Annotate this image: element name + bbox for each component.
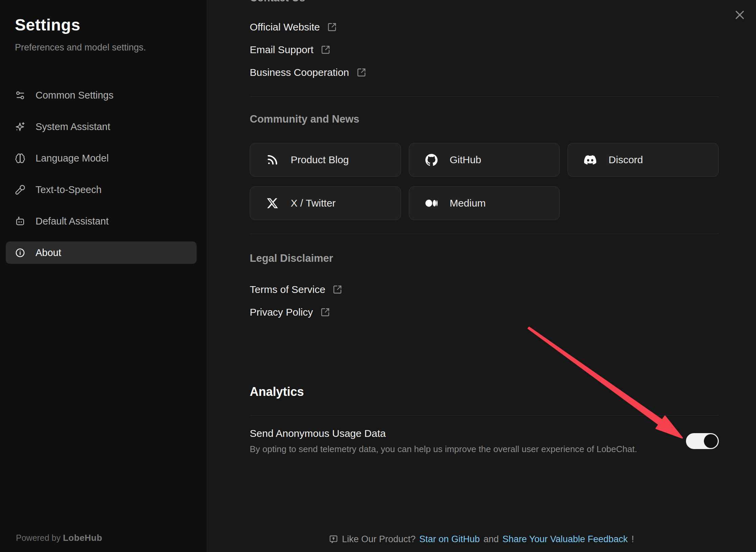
legal-links: Terms of Service Privacy Policy bbox=[250, 283, 719, 319]
section-divider bbox=[250, 234, 719, 234]
telemetry-toggle[interactable] bbox=[686, 433, 719, 449]
nav-item-system-assistant[interactable]: System Assistant bbox=[6, 115, 197, 138]
external-link-icon bbox=[320, 307, 330, 317]
nav-item-label: Common Settings bbox=[36, 90, 114, 101]
medium-button[interactable]: Medium bbox=[409, 186, 560, 220]
nav-item-text-to-speech[interactable]: Text-to-Speech bbox=[6, 178, 197, 201]
x-twitter-button[interactable]: X / Twitter bbox=[250, 186, 401, 220]
nav-item-common-settings[interactable]: Common Settings bbox=[6, 84, 197, 106]
settings-sidebar: Settings Preferences and model settings.… bbox=[0, 0, 207, 552]
official-website-link[interactable]: Official Website bbox=[250, 20, 337, 34]
medium-label: Medium bbox=[450, 197, 486, 209]
nav-item-label: Text-to-Speech bbox=[36, 184, 102, 195]
nav-item-label: Default Assistant bbox=[36, 216, 109, 227]
footer-suffix: ! bbox=[631, 534, 634, 545]
nav-item-about[interactable]: About bbox=[6, 241, 197, 264]
external-link-icon bbox=[357, 68, 366, 77]
nav-item-language-model[interactable]: Language Model bbox=[6, 147, 197, 169]
sliders-icon bbox=[15, 90, 25, 101]
discord-label: Discord bbox=[608, 154, 643, 166]
community-buttons: Product Blog GitHub Discord bbox=[250, 143, 719, 220]
sparkles-icon bbox=[15, 122, 25, 132]
legal-heading: Legal Disclaimer bbox=[250, 252, 719, 264]
github-button[interactable]: GitHub bbox=[409, 143, 560, 177]
feedback-icon bbox=[329, 535, 338, 544]
feedback-footer: Like Our Product? Star on GitHub and Sha… bbox=[207, 534, 756, 545]
product-blog-button[interactable]: Product Blog bbox=[250, 143, 401, 177]
nav-item-label: System Assistant bbox=[36, 121, 110, 132]
github-icon bbox=[425, 154, 438, 166]
telemetry-setting-description: By opting to send telemetry data, you ca… bbox=[250, 444, 637, 454]
telemetry-setting-row: Send Anonymous Usage Data By opting to s… bbox=[250, 428, 719, 454]
powered-by: Powered by LobeHub bbox=[16, 533, 102, 543]
external-link-icon bbox=[333, 285, 342, 294]
contact-heading: Contact Us bbox=[250, 0, 719, 4]
official-website-label: Official Website bbox=[250, 21, 320, 33]
close-icon bbox=[734, 9, 746, 21]
medium-icon bbox=[425, 197, 438, 209]
settings-nav: Common Settings System Assistant Languag… bbox=[6, 84, 197, 264]
external-link-icon bbox=[321, 45, 330, 55]
lobehub-brand: LobeHub bbox=[63, 533, 102, 543]
nav-item-label: Language Model bbox=[36, 153, 109, 164]
section-divider bbox=[250, 97, 719, 97]
discord-icon bbox=[584, 154, 596, 166]
x-twitter-icon bbox=[266, 197, 279, 209]
external-link-icon bbox=[327, 22, 337, 32]
footer-prefix: Like Our Product? bbox=[342, 534, 416, 545]
powered-by-text: Powered by bbox=[16, 533, 61, 543]
nav-item-label: About bbox=[36, 247, 61, 258]
github-label: GitHub bbox=[450, 154, 481, 166]
page-subtitle: Preferences and model settings. bbox=[15, 42, 197, 53]
business-cooperation-label: Business Cooperation bbox=[250, 67, 349, 78]
product-blog-label: Product Blog bbox=[291, 154, 349, 166]
privacy-policy-label: Privacy Policy bbox=[250, 306, 313, 318]
contact-links: Official Website Email Support Business … bbox=[250, 20, 719, 79]
telemetry-setting-label: Send Anonymous Usage Data bbox=[250, 428, 637, 439]
x-twitter-label: X / Twitter bbox=[291, 197, 336, 209]
toggle-knob bbox=[704, 434, 718, 448]
close-button[interactable] bbox=[732, 7, 747, 22]
rss-icon bbox=[266, 154, 279, 166]
footer-middle: and bbox=[484, 534, 499, 545]
email-support-label: Email Support bbox=[250, 44, 313, 56]
page-title: Settings bbox=[15, 16, 197, 34]
section-divider bbox=[250, 415, 719, 416]
analytics-heading: Analytics bbox=[250, 385, 719, 399]
community-heading: Community and News bbox=[250, 113, 719, 125]
brain-icon bbox=[15, 153, 25, 164]
about-settings-panel: Contact Us Official Website Email Suppor… bbox=[207, 0, 756, 552]
share-feedback-link[interactable]: Share Your Valuable Feedback bbox=[503, 534, 628, 545]
info-icon bbox=[15, 248, 25, 258]
email-support-link[interactable]: Email Support bbox=[250, 43, 330, 57]
mic-icon bbox=[15, 185, 25, 195]
terms-of-service-label: Terms of Service bbox=[250, 284, 325, 295]
terms-of-service-link[interactable]: Terms of Service bbox=[250, 283, 342, 296]
business-cooperation-link[interactable]: Business Cooperation bbox=[250, 66, 366, 79]
star-on-github-link[interactable]: Star on GitHub bbox=[419, 534, 480, 545]
discord-button[interactable]: Discord bbox=[568, 143, 719, 177]
nav-item-default-assistant[interactable]: Default Assistant bbox=[6, 210, 197, 232]
telemetry-setting-text: Send Anonymous Usage Data By opting to s… bbox=[250, 428, 637, 454]
bot-icon bbox=[15, 216, 25, 227]
privacy-policy-link[interactable]: Privacy Policy bbox=[250, 305, 330, 319]
